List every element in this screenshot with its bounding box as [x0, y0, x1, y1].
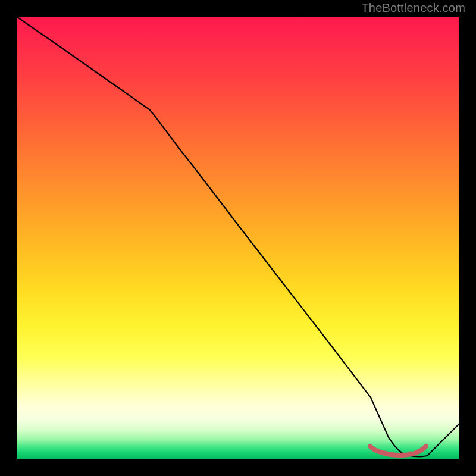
svg-point-2 — [384, 451, 388, 455]
series-curve — [17, 17, 459, 456]
attribution-text: TheBottleneck.com — [361, 1, 465, 15]
svg-point-3 — [392, 453, 396, 457]
chart-frame: TheBottleneck.com — [0, 0, 476, 476]
svg-point-1 — [375, 449, 380, 453]
plot-area — [17, 17, 459, 459]
svg-point-4 — [400, 453, 405, 457]
chart-svg — [17, 17, 459, 459]
svg-point-6 — [417, 449, 421, 453]
svg-point-7 — [424, 444, 428, 449]
svg-point-5 — [409, 452, 413, 456]
svg-point-0 — [368, 444, 372, 449]
